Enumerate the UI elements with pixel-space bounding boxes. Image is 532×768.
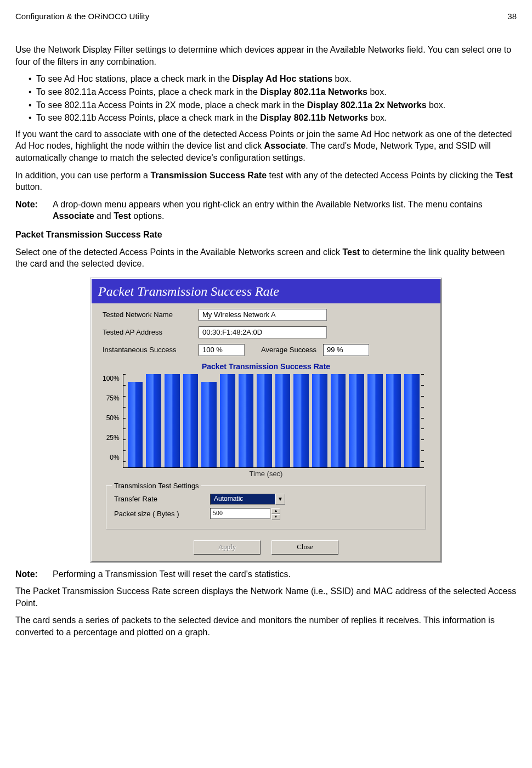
chart-bar bbox=[349, 374, 364, 467]
chart-y-labels: 100% 75% 50% 25% 0% bbox=[103, 374, 123, 462]
note-block: Note: Performing a Transmission Test wil… bbox=[15, 568, 517, 580]
dialog-title: Packet Transmission Success Rate bbox=[92, 279, 440, 303]
avg-success-label: Average Success bbox=[261, 345, 316, 355]
chart-x-label: Time (sec) bbox=[103, 469, 429, 479]
bullet-item: To see 802.11a Access Points in 2X mode,… bbox=[36, 99, 517, 111]
note-label: Note: bbox=[15, 199, 53, 222]
chart-bar bbox=[239, 374, 254, 467]
bullet-item: To see 802.11a Access Points, place a ch… bbox=[36, 86, 517, 98]
chart-bar bbox=[275, 374, 291, 467]
combo-dropdown-button[interactable]: ▼ bbox=[275, 494, 285, 505]
tail-paragraph: The card sends a series of packets to th… bbox=[15, 614, 517, 638]
chart-area: 100% 75% 50% 25% 0% bbox=[103, 374, 429, 468]
bullet-item: To see Ad Hoc stations, place a check ma… bbox=[36, 73, 517, 85]
note-block: Note: A drop-down menu appears when you … bbox=[15, 199, 517, 222]
bullet-item: To see 802.11b Access Points, place a ch… bbox=[36, 112, 517, 124]
net-name-field[interactable]: My Wireless Network A bbox=[199, 309, 327, 321]
chart-bar bbox=[128, 382, 143, 467]
inst-success-field[interactable]: 100 % bbox=[199, 344, 245, 356]
packet-size-input[interactable] bbox=[210, 508, 270, 519]
chart-bar bbox=[165, 374, 180, 467]
chart-bar bbox=[146, 374, 161, 467]
chart-bar bbox=[404, 374, 420, 467]
groupbox-title: Transmission Test Settings bbox=[112, 481, 201, 491]
chart-title: Packet Transmission Success Rate bbox=[103, 362, 429, 372]
close-button[interactable]: Close bbox=[271, 540, 338, 555]
note-text: A drop-down menu appears when you right-… bbox=[53, 199, 517, 222]
intro-paragraph: Use the Network Display Filter settings … bbox=[15, 44, 517, 67]
avg-success-field[interactable]: 99 % bbox=[323, 344, 369, 356]
associate-paragraph: If you want the card to associate with o… bbox=[15, 128, 517, 164]
chart-bar bbox=[367, 374, 383, 467]
chart-bar bbox=[331, 374, 346, 467]
note-text: Performing a Transmission Test will rese… bbox=[53, 568, 291, 580]
settings-groupbox: Transmission Test Settings Transfer Rate… bbox=[106, 485, 426, 529]
dialog-screenshot: Packet Transmission Success Rate Tested … bbox=[90, 278, 442, 563]
section-paragraph: Select one of the detected Access Points… bbox=[15, 246, 517, 270]
apply-button[interactable]: Apply bbox=[194, 540, 261, 555]
test-paragraph: In addition, you can use perform a Trans… bbox=[15, 170, 517, 193]
spin-down-button[interactable]: ▼ bbox=[271, 514, 280, 520]
transfer-rate-combo[interactable]: Automatic bbox=[210, 494, 275, 505]
chart-plot bbox=[123, 374, 424, 468]
inst-success-label: Instantaneous Success bbox=[103, 345, 199, 355]
spin-up-button[interactable]: ▲ bbox=[271, 508, 280, 514]
packet-size-label: Packet size ( Bytes ) bbox=[114, 509, 210, 519]
ap-address-label: Tested AP Address bbox=[103, 327, 199, 337]
chart-bar bbox=[312, 374, 327, 467]
section-heading: Packet Transmission Success Rate bbox=[15, 229, 517, 241]
chart-bar bbox=[386, 374, 401, 467]
chart-bar bbox=[257, 374, 272, 467]
chart-bar bbox=[183, 374, 199, 467]
transfer-rate-label: Transfer Rate bbox=[114, 494, 210, 504]
chart-bar bbox=[293, 374, 309, 467]
chart-bar bbox=[220, 374, 235, 467]
ap-address-field[interactable]: 00:30:F1:48:2A:0D bbox=[199, 326, 327, 338]
page-header-left: Configuration & the ORiNOCO Utility bbox=[15, 11, 149, 22]
filter-bullet-list: To see Ad Hoc stations, place a check ma… bbox=[15, 73, 517, 123]
tail-paragraph: The Packet Transmission Success Rate scr… bbox=[15, 585, 517, 609]
net-name-label: Tested Network Name bbox=[103, 310, 199, 320]
chart-bar bbox=[201, 382, 217, 467]
note-label: Note: bbox=[15, 568, 53, 580]
page-number: 38 bbox=[507, 11, 517, 22]
chevron-down-icon: ▼ bbox=[278, 495, 283, 503]
